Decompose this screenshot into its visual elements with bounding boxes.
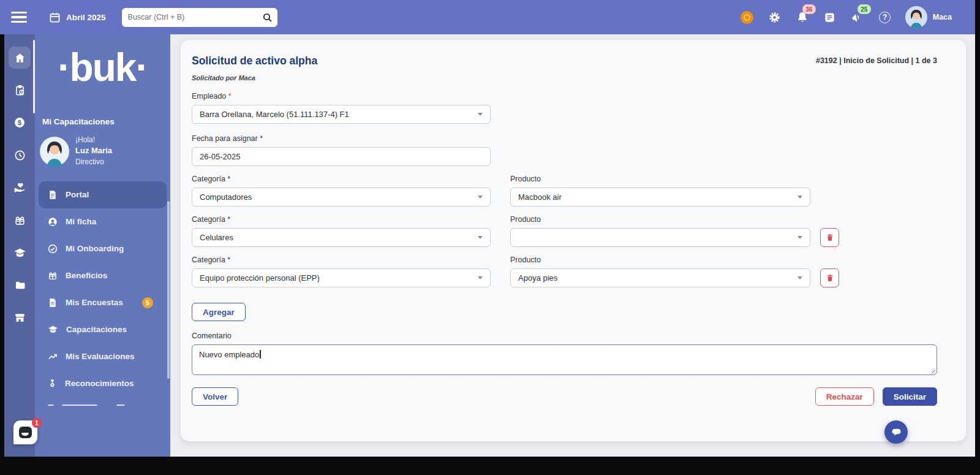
- trend-up-icon: [48, 352, 58, 362]
- calendar-icon: [49, 12, 61, 23]
- notifications-bell-icon[interactable]: 36: [795, 10, 810, 25]
- sidebar-item-mis-encuestas[interactable]: Mis Encuestas 5: [39, 289, 167, 316]
- assign-date-input[interactable]: [192, 147, 491, 166]
- category-label: Categoría *: [192, 175, 491, 183]
- rail-remuneration-icon[interactable]: $: [9, 112, 31, 134]
- sidebar-menu: Portal Mi ficha Mi Onboarding Beneficios…: [35, 181, 170, 406]
- rail-training-cap-icon[interactable]: [9, 241, 31, 264]
- product-select-3[interactable]: Apoya pies: [510, 268, 810, 287]
- rail-home-icon[interactable]: [9, 47, 31, 69]
- reject-button[interactable]: Rechazar: [815, 387, 874, 406]
- sidebar-item-beneficios[interactable]: Beneficios: [39, 262, 167, 289]
- sidebar-user-role: Directivo: [75, 157, 112, 167]
- category-select-3[interactable]: Equipo protección personal (EPP): [192, 268, 491, 287]
- rail-documents-folder-icon[interactable]: [9, 274, 31, 296]
- user-menu[interactable]: Maca: [905, 6, 952, 28]
- comment-textarea[interactable]: Nuevo empleado: [192, 344, 937, 375]
- search-icon[interactable]: [262, 12, 273, 23]
- sidebar-item-capacitaciones[interactable]: Capacitaciones: [39, 316, 167, 343]
- sidebar-item-reconocimientos[interactable]: Reconocimientos: [39, 370, 167, 397]
- requested-by: Solicitado por Maca: [192, 74, 937, 82]
- module-icon-rail: $: [4, 34, 35, 457]
- chevron-down-icon: [478, 113, 483, 116]
- rail-marketplace-icon[interactable]: [9, 306, 31, 329]
- buk-coin-icon[interactable]: [740, 10, 755, 25]
- submit-button[interactable]: Solicitar: [883, 387, 937, 406]
- svg-text:$: $: [18, 119, 22, 126]
- rail-benefits-icon[interactable]: [9, 209, 31, 231]
- gift-icon: [48, 271, 58, 281]
- sidebar-user-card[interactable]: ¡Hola! Luz María Directivo: [40, 135, 170, 168]
- product-label: Producto: [510, 215, 810, 224]
- sidebar-item-mis-evaluaciones[interactable]: Mis Evaluaciones: [39, 343, 167, 370]
- delete-row-button[interactable]: [820, 268, 839, 287]
- buk-logo: ·buk·: [35, 36, 170, 100]
- settings-gear-icon[interactable]: [767, 10, 782, 25]
- sidebar-greeting: ¡Hola!: [75, 135, 112, 145]
- support-chat-icon: [19, 427, 32, 438]
- chevron-down-icon: [478, 236, 483, 239]
- chat-fab-button[interactable]: [884, 420, 908, 444]
- encuestas-count-badge: 5: [142, 297, 153, 308]
- employee-label: Empleado *: [192, 92, 937, 101]
- product-select-2[interactable]: [510, 228, 810, 247]
- check-circle-icon: [48, 244, 58, 254]
- person-icon: [48, 217, 58, 227]
- notification-count-badge: 36: [802, 4, 816, 14]
- request-form-card: Solicitud de activo alpha #3192 | Inicio…: [181, 40, 966, 441]
- sidebar: ·buk· Mi Capacitaciones ¡Hola! Luz María…: [35, 34, 170, 457]
- chevron-down-icon: [797, 196, 802, 199]
- category-select-2[interactable]: Celulares: [192, 228, 491, 247]
- product-label: Producto: [510, 175, 810, 183]
- rail-talent-hand-heart-icon[interactable]: [9, 177, 31, 199]
- sidebar-section-title: Mi Capacitaciones: [42, 117, 170, 126]
- support-chat-badge: 1: [32, 418, 42, 428]
- required-asterisk: *: [228, 92, 232, 101]
- trash-icon: [826, 233, 834, 242]
- resize-handle-icon[interactable]: [930, 368, 935, 373]
- user-name: Maca: [933, 13, 952, 21]
- category-select-1[interactable]: Computadores: [192, 188, 491, 207]
- document-icon: [48, 190, 58, 200]
- page-title: Solicitud de activo alpha: [192, 55, 317, 67]
- sidebar-user-avatar: [40, 137, 69, 166]
- request-meta: #3192 | Inicio de Solicitud | 1 de 3: [816, 56, 937, 65]
- add-row-button[interactable]: Agregar: [192, 303, 246, 321]
- announcements-megaphone-icon[interactable]: 25: [850, 10, 865, 25]
- rail-time-clock-icon[interactable]: [9, 144, 31, 166]
- category-label: Categoría *: [192, 215, 491, 224]
- search-input[interactable]: [128, 13, 262, 21]
- sidebar-item-mi-onboarding[interactable]: Mi Onboarding: [39, 235, 167, 262]
- sidebar-item-portal[interactable]: Portal: [39, 181, 167, 208]
- chevron-down-icon: [797, 276, 802, 279]
- sidebar-item-mi-ficha[interactable]: Mi ficha: [39, 208, 167, 235]
- chevron-down-icon: [797, 236, 802, 239]
- medal-icon: [48, 379, 57, 388]
- rail-clipboard-clock-icon[interactable]: [9, 79, 31, 101]
- employee-select[interactable]: Barra Orellana, Marcelo (51.111.137-4) F…: [192, 105, 491, 124]
- support-chat-launcher[interactable]: 1: [13, 420, 37, 444]
- text-caret: [260, 350, 260, 359]
- product-select-1[interactable]: Macbook air: [510, 188, 810, 207]
- hamburger-menu-icon[interactable]: [11, 12, 27, 23]
- user-avatar: [905, 6, 927, 28]
- sidebar-user-name: Luz María: [75, 146, 112, 155]
- announcement-count-badge: 25: [858, 4, 871, 14]
- delete-row-button[interactable]: [820, 228, 839, 247]
- product-label: Producto: [510, 256, 810, 264]
- category-label: Categoría *: [192, 256, 491, 264]
- global-search: [122, 8, 277, 27]
- chevron-down-icon: [478, 196, 483, 199]
- period-label[interactable]: Abril 2025: [66, 13, 106, 22]
- main-content: Solicitud de activo alpha #3192 | Inicio…: [170, 34, 975, 457]
- help-icon[interactable]: ?: [878, 10, 892, 25]
- top-navbar: Abril 2025 36 25 ? Maca: [0, 0, 975, 34]
- back-button[interactable]: Volver: [192, 387, 238, 406]
- comment-label: Comentario: [192, 332, 937, 340]
- chat-bubble-icon: [891, 428, 902, 437]
- notes-icon[interactable]: [823, 10, 837, 25]
- sidebar-scrollbar[interactable]: [167, 201, 170, 379]
- chevron-down-icon: [478, 276, 483, 279]
- date-label: Fecha para asignar *: [192, 134, 937, 143]
- partial-menu-item[interactable]: [39, 397, 167, 406]
